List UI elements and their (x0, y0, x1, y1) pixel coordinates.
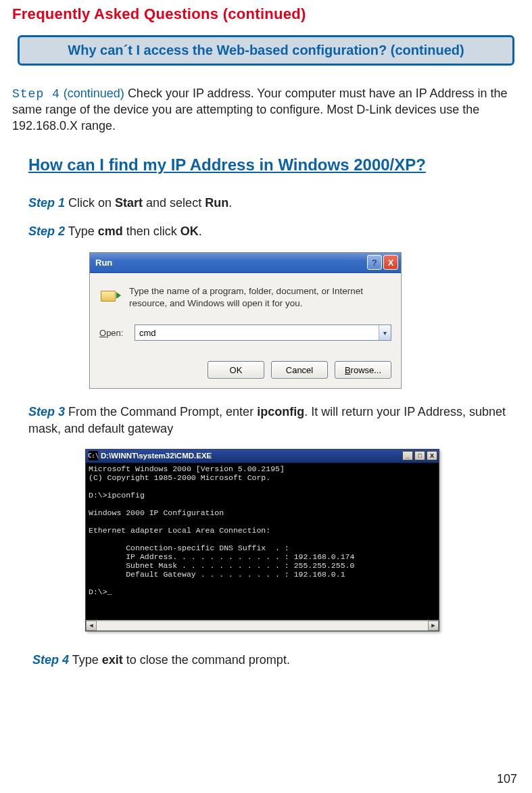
step-4: Step 4 Type exit to close the command pr… (32, 652, 520, 668)
cmd-output[interactable]: Microsoft Windows 2000 [Version 5.00.219… (86, 463, 439, 620)
scroll-track[interactable] (97, 621, 428, 631)
step-3: Step 3 From the Command Prompt, enter ip… (28, 404, 520, 437)
step-2-pre: Type (65, 224, 98, 238)
run-icon (99, 285, 121, 307)
step-3-pre: From the Command Prompt, enter (65, 405, 257, 418)
run-description: Type the name of a program, folder, docu… (129, 285, 391, 310)
maximize-button[interactable]: □ (414, 451, 425, 460)
question-callout-box: Why can´t I access the Web-based configu… (18, 35, 514, 66)
step-1-post: . (228, 196, 232, 210)
step-3-label: Step 3 (28, 405, 65, 418)
subheading-find-ip: How can I find my IP Address in Windows … (28, 155, 520, 174)
help-button[interactable]: ? (367, 255, 382, 270)
step-2-mid: then click (123, 224, 180, 238)
open-input[interactable] (135, 328, 379, 338)
cmd-titlebar[interactable]: C:\ D:\WINNT\system32\CMD.EXE _ □ X (86, 450, 439, 463)
step-3-b1: ipconfig (257, 405, 304, 418)
run-dialog: Run ? X Type the name of a program, fold… (89, 252, 402, 389)
step-1-label: Step 1 (28, 196, 65, 210)
close-button[interactable]: X (383, 255, 398, 270)
open-combobox[interactable]: ▾ (135, 325, 391, 341)
cmd-title: D:\WINNT\system32\CMD.EXE (101, 452, 401, 460)
faq-title: Frequently Asked Questions (continued) (12, 5, 520, 23)
dropdown-icon[interactable]: ▾ (379, 325, 391, 340)
ok-button[interactable]: OK (208, 361, 264, 379)
step4-label: Step 4 (12, 87, 60, 101)
step-4-post: to close the command prompt. (123, 653, 290, 667)
step-4-b1: exit (102, 653, 123, 667)
step-2: Step 2 Type cmd then click OK. (28, 223, 520, 239)
step-4-pre: Type (69, 653, 102, 667)
continued-label: (continued) (60, 87, 128, 100)
step-4-label: Step 4 (32, 653, 69, 667)
run-titlebar[interactable]: Run ? X (90, 253, 401, 273)
open-label: Open: (99, 328, 126, 338)
cmd-icon: C:\ (89, 451, 98, 460)
step-1: Step 1 Click on Start and select Run. (28, 195, 520, 211)
step-2-b1: cmd (98, 224, 123, 238)
page-number: 107 (497, 772, 517, 786)
scroll-right-icon[interactable]: ► (428, 621, 439, 631)
step-1-b2: Run (205, 196, 228, 210)
step-2-label: Step 2 (28, 224, 65, 238)
cancel-button[interactable]: Cancel (271, 361, 328, 379)
horizontal-scrollbar[interactable]: ◄ ► (86, 620, 439, 631)
step-2-post: . (199, 224, 202, 238)
cmd-close-button[interactable]: X (427, 451, 437, 460)
step-1-mid: and select (143, 196, 205, 210)
step-1-b1: Start (115, 196, 143, 210)
cmd-window: C:\ D:\WINNT\system32\CMD.EXE _ □ X Micr… (85, 449, 439, 631)
step4-paragraph: Step 4 (continued) Check your IP address… (12, 86, 520, 134)
minimize-button[interactable]: _ (402, 451, 413, 460)
run-title: Run (95, 258, 366, 268)
step-1-pre: Click on (65, 196, 115, 210)
step-2-b2: OK (180, 224, 199, 238)
scroll-left-icon[interactable]: ◄ (86, 621, 97, 631)
browse-button[interactable]: Browse... (335, 361, 391, 379)
